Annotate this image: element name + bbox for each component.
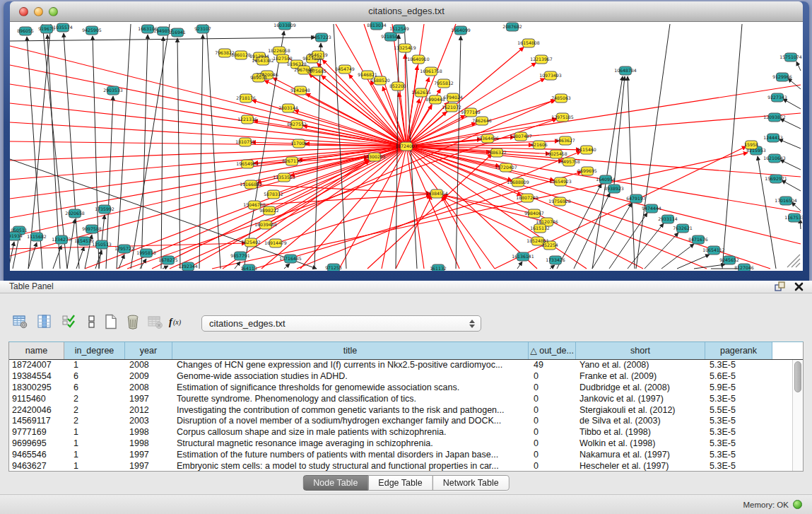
new-column-button[interactable] — [101, 313, 121, 333]
table-cell: 22420046 — [9, 405, 64, 416]
table-selector[interactable]: citations_edges.txt — [201, 315, 481, 332]
network-window[interactable]: citations_edges.txt 89605591967510355749… — [4, 1, 809, 281]
delete-column-button[interactable] — [123, 313, 143, 333]
float-window-icon[interactable] — [775, 281, 786, 291]
column-header-title[interactable]: title — [172, 342, 529, 359]
row-height-button[interactable] — [82, 313, 102, 333]
graph-node-label: 7886322 — [487, 150, 507, 155]
scrollbar-thumb[interactable] — [794, 361, 801, 392]
graph-node-label: 1735992 — [95, 206, 114, 211]
table-cell: 9777169 — [9, 427, 64, 438]
network-window-titlebar[interactable]: citations_edges.txt — [10, 1, 803, 22]
graph-node-label: 1615132 — [530, 226, 550, 230]
column-header-pagerank[interactable]: pagerank — [705, 342, 772, 359]
graph-edge — [382, 146, 406, 269]
graph-edge — [677, 255, 710, 269]
column-header-name[interactable]: name — [9, 342, 64, 359]
function-builder-button[interactable]: f(x) — [168, 313, 188, 333]
table-cell: 2 — [64, 416, 125, 427]
table-row[interactable]: 1872400712008Changes of HCN gene express… — [9, 360, 803, 371]
network-canvas[interactable]: 8960559196751035574942590516631061949857… — [10, 22, 803, 271]
table-row[interactable]: 2242004622012Investigating the contribut… — [9, 405, 803, 416]
table-cell: 5.3E-5 — [705, 461, 772, 472]
graph-node-label: 9699695 — [577, 168, 597, 173]
graph-node-label: 8471676 — [688, 237, 708, 242]
graph-node-label: 25364436 — [476, 136, 499, 141]
graph-node-label: 1621072 — [442, 105, 461, 110]
graph-node-label: 19384554 — [425, 191, 448, 196]
new-column-icon — [103, 314, 119, 332]
table-cell: 0 — [529, 438, 576, 450]
minimize-button[interactable] — [34, 7, 43, 16]
table-cell: Disruption of a novel member of a sodium… — [172, 416, 529, 427]
table-cell: Estimation of the future numbers of pati… — [172, 450, 529, 461]
tab-node-table[interactable]: Node Table — [302, 475, 368, 491]
table-row[interactable]: 969969511998Structural magnetic resonanc… — [9, 438, 803, 450]
table-cell: Jankovic et al. (1997) — [576, 394, 705, 405]
table-row[interactable]: 946362711997Embryonic stem cells: a mode… — [9, 461, 803, 472]
table-row[interactable]: 1830029562008Estimation of significance … — [9, 382, 803, 394]
table-cell: Genome-wide association studies in ADHD. — [172, 371, 529, 382]
tab-edge-table[interactable]: Edge Table — [367, 475, 433, 491]
graph-node-label: 7625402 — [241, 240, 261, 245]
graph-node-label: 16136141 — [512, 254, 534, 259]
node-table: namein_degreeyeartitle△ out_de...shortpa… — [8, 341, 804, 472]
graph-node-label: 9857791 — [230, 253, 250, 258]
graph-node-label: 1678275 — [158, 257, 178, 262]
graph-edge — [10, 146, 406, 218]
delete-table-button[interactable] — [146, 313, 165, 333]
window-title: citations_edges.txt — [10, 1, 803, 21]
graph-node-label: 216941 — [169, 30, 186, 35]
table-row[interactable]: 946554611997Estimation of the future num… — [9, 450, 803, 461]
zoom-button[interactable] — [49, 7, 58, 16]
graph-node-label: 1244413 — [763, 135, 783, 140]
column-header-year[interactable]: year — [125, 342, 172, 359]
graph-node-label: 7857223 — [312, 35, 331, 40]
graph-node-label: 12213967 — [530, 57, 553, 62]
graph-node-label: 1562615 — [411, 90, 431, 95]
resize-grip-icon[interactable] — [787, 255, 800, 267]
table-scrollbar[interactable] — [792, 360, 803, 471]
show-columns-button[interactable] — [35, 313, 54, 333]
table-tabs: Node TableEdge TableNetwork Table — [302, 475, 509, 491]
table-settings-button[interactable] — [11, 313, 30, 333]
table-cell: 0 — [529, 371, 576, 382]
close-panel-icon[interactable] — [794, 282, 804, 291]
table-cell: 9463627 — [9, 461, 64, 472]
delete-column-icon — [125, 314, 141, 332]
table-cell: Corpus callosum shape and size in male p… — [172, 427, 529, 438]
table-cell: 2012 — [125, 405, 172, 416]
select-attributes-button[interactable] — [59, 313, 79, 333]
column-header-in_degree[interactable]: in_degree — [64, 342, 125, 359]
tab-network-table[interactable]: Network Table — [433, 475, 510, 491]
table-settings-icon — [13, 314, 28, 332]
table-panel-header: Table Panel — [0, 281, 812, 293]
graph-node-label: 9115460 — [577, 147, 596, 152]
graph-node-label: 2933114 — [658, 216, 678, 221]
graph-node-label: 8938923 — [604, 186, 624, 191]
table-row[interactable]: 911546021997Tourette syndrome. Phenomeno… — [9, 394, 803, 405]
table-cell: 6 — [64, 371, 125, 382]
graph-edge — [13, 236, 19, 269]
graph-edge — [10, 46, 406, 146]
graph-node-label: 16120746 — [536, 219, 558, 224]
column-header-out_de[interactable]: △ out_de... — [529, 342, 576, 359]
table-cell: Structural magnetic resonance image aver… — [172, 438, 529, 450]
graph-edge — [661, 244, 694, 269]
table-row[interactable]: 1456911722003Disruption of a novel membe… — [9, 416, 803, 427]
graph-node-label: 16033809 — [273, 23, 296, 28]
close-button[interactable] — [19, 7, 28, 16]
table-cell: 2008 — [125, 382, 172, 394]
graph-node-label: 18724007 — [395, 144, 418, 148]
graph-node-label: 18300295 — [363, 154, 386, 159]
graph-edge — [557, 184, 601, 269]
table-selector-value: citations_edges.txt — [209, 318, 286, 329]
network-graph[interactable]: 8960559196751035574942590516631061949857… — [10, 22, 803, 271]
table-row[interactable]: 1938455462009Genome-wide association stu… — [9, 371, 803, 382]
graph-node-label: 9984067 — [524, 211, 544, 216]
table-cell: 49 — [529, 360, 576, 371]
table-cell: 5.6E-5 — [705, 371, 772, 382]
show-columns-icon — [37, 314, 52, 332]
table-row[interactable]: 977716911998Corpus callosum shape and si… — [9, 427, 803, 438]
column-header-short[interactable]: short — [576, 342, 705, 359]
